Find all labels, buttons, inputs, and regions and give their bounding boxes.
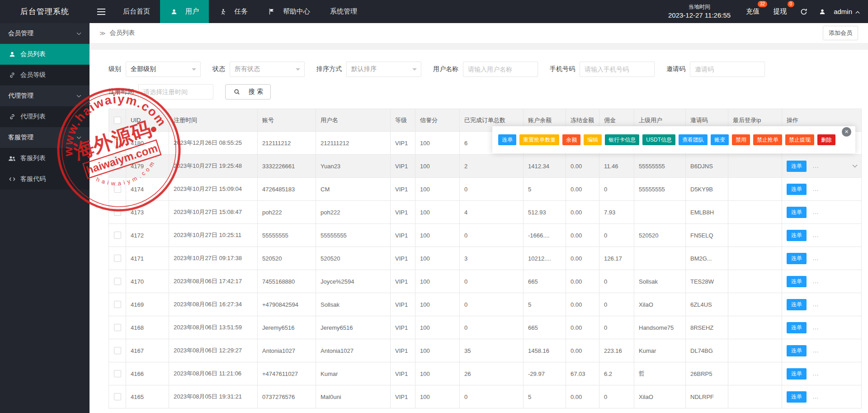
hamburger-menu-icon[interactable] bbox=[90, 0, 113, 23]
row-checkbox[interactable] bbox=[114, 162, 121, 170]
popup-action-button[interactable]: 账变 bbox=[711, 134, 729, 145]
cell-frozen: 0.00 bbox=[566, 201, 599, 224]
sidebar-item-member-list[interactable]: 会员列表 bbox=[0, 44, 90, 65]
cell-reg-time: 2023年10月27日 15:09:04 bbox=[169, 178, 258, 201]
username-input[interactable] bbox=[463, 62, 538, 77]
more-actions-button[interactable]: ... bbox=[813, 278, 819, 285]
nav-item-help-center[interactable]: 帮助中心 bbox=[258, 0, 320, 23]
cell-level: VIP1 bbox=[391, 316, 415, 339]
more-actions-button[interactable]: ... bbox=[813, 162, 819, 169]
sidebar-item-support-code[interactable]: 客服代码 bbox=[0, 169, 90, 190]
sidebar-group-member-management[interactable]: 会员管理 bbox=[0, 23, 90, 44]
row-checkbox[interactable] bbox=[114, 209, 121, 216]
sidebar: 会员管理 会员列表 会员等级 代理管理 代理列表 客服管理 客服列表 客服代码 bbox=[0, 23, 90, 413]
withdraw-button[interactable]: 提现 0 bbox=[773, 7, 787, 16]
cell-parent bbox=[634, 201, 686, 224]
level-select[interactable]: 全部级别 bbox=[126, 62, 201, 77]
admin-menu[interactable]: admin bbox=[818, 8, 860, 15]
more-actions-button[interactable]: ... bbox=[813, 301, 819, 308]
popup-action-button[interactable]: 删除 bbox=[817, 134, 835, 145]
nav-item-users[interactable]: 用户 bbox=[160, 0, 209, 23]
reg-time-input[interactable] bbox=[138, 84, 213, 100]
cell-parent: XilaO bbox=[634, 293, 686, 316]
sidebar-group-support-management[interactable]: 客服管理 bbox=[0, 127, 90, 148]
phone-input[interactable] bbox=[580, 62, 655, 77]
liandan-button[interactable]: 连单 bbox=[787, 391, 807, 403]
cell-credit: 100 bbox=[415, 362, 460, 385]
nav-item-home[interactable]: 后台首页 bbox=[113, 0, 160, 23]
sort-select[interactable]: 默认排序 bbox=[346, 62, 421, 77]
popup-action-button[interactable]: 禁止抢单 bbox=[753, 134, 782, 145]
more-actions-button[interactable]: ... bbox=[813, 185, 819, 192]
cell-commission: 223.16 bbox=[599, 339, 634, 362]
popup-action-button[interactable]: 禁用 bbox=[732, 134, 750, 145]
select-all-checkbox[interactable] bbox=[114, 117, 121, 124]
row-checkbox[interactable] bbox=[114, 278, 121, 285]
close-icon[interactable]: × bbox=[842, 127, 851, 137]
liandan-button[interactable]: 连单 bbox=[787, 345, 807, 356]
breadcrumb-arrow: ≫ bbox=[99, 30, 106, 37]
nav-item-system[interactable]: 系统管理 bbox=[320, 0, 367, 23]
cell-invite: TES28W bbox=[686, 270, 728, 293]
popup-action-button[interactable]: 编辑 bbox=[584, 134, 602, 145]
popup-action-button[interactable]: 查看团队 bbox=[679, 134, 708, 145]
popup-action-button[interactable]: 重置抢单数量 bbox=[519, 134, 559, 145]
row-checkbox[interactable] bbox=[114, 370, 121, 377]
liandan-button[interactable]: 连单 bbox=[787, 299, 807, 310]
popup-action-button[interactable]: 连单 bbox=[498, 134, 516, 145]
liandan-button[interactable]: 连单 bbox=[787, 368, 807, 380]
row-checkbox[interactable] bbox=[114, 232, 121, 239]
refresh-icon[interactable] bbox=[800, 8, 807, 15]
popup-action-button[interactable]: 银行卡信息 bbox=[605, 134, 639, 145]
row-checkbox[interactable] bbox=[114, 139, 121, 147]
sidebar-item-member-level[interactable]: 会员等级 bbox=[0, 65, 90, 85]
row-checkbox[interactable] bbox=[114, 347, 121, 354]
cell-commission: 7.93 bbox=[599, 201, 634, 224]
liandan-button[interactable]: 连单 bbox=[787, 207, 807, 218]
row-checkbox[interactable] bbox=[114, 301, 121, 308]
cell-level: VIP1 bbox=[391, 132, 415, 155]
cell-balance: 512.93 bbox=[524, 201, 566, 224]
more-actions-button[interactable]: ... bbox=[813, 232, 819, 238]
liandan-button[interactable]: 连单 bbox=[787, 276, 807, 287]
row-checkbox[interactable] bbox=[114, 185, 121, 193]
row-checkbox[interactable] bbox=[114, 324, 121, 331]
popup-action-button[interactable]: 余额 bbox=[562, 134, 580, 145]
row-checkbox[interactable] bbox=[114, 255, 121, 262]
more-actions-button[interactable]: ... bbox=[813, 370, 819, 377]
cell-last-ip bbox=[728, 224, 782, 247]
table-row: 4173 2023年10月27日 15:08:47 poh222 poh222 … bbox=[109, 201, 862, 224]
search-button[interactable]: 搜 索 bbox=[225, 84, 271, 100]
add-member-button[interactable]: 添加会员 bbox=[823, 26, 858, 40]
liandan-button[interactable]: 连单 bbox=[787, 322, 807, 333]
more-actions-button[interactable]: ... bbox=[813, 347, 819, 354]
cell-invite: FN5ELQ bbox=[686, 224, 728, 247]
chevron-down-icon bbox=[76, 32, 81, 35]
sidebar-item-support-list[interactable]: 客服列表 bbox=[0, 148, 90, 169]
search-icon bbox=[233, 89, 241, 95]
row-checkbox[interactable] bbox=[114, 393, 121, 400]
chevron-down-icon[interactable] bbox=[852, 164, 858, 168]
popup-action-button[interactable]: 禁止提现 bbox=[785, 134, 814, 145]
cell-last-ip bbox=[728, 293, 782, 316]
liandan-button[interactable]: 连单 bbox=[787, 253, 807, 264]
more-actions-button[interactable]: ... bbox=[813, 255, 819, 261]
breadcrumb-bar: ≫ 会员列表 添加会员 bbox=[90, 23, 868, 43]
cell-commission: 0 bbox=[599, 385, 634, 408]
liandan-button[interactable]: 连单 bbox=[787, 230, 807, 241]
more-actions-button[interactable]: ... bbox=[813, 393, 819, 400]
more-actions-button[interactable]: ... bbox=[813, 324, 819, 331]
cell-parent: 55555555 bbox=[634, 155, 686, 178]
cell-level: VIP1 bbox=[391, 385, 415, 408]
more-actions-button[interactable]: ... bbox=[813, 209, 819, 215]
nav-item-tasks[interactable]: 任务 bbox=[209, 0, 258, 23]
popup-action-button[interactable]: USDT信息 bbox=[642, 134, 675, 145]
sidebar-item-agent-list[interactable]: 代理列表 bbox=[0, 106, 90, 127]
filter-row-2: 注册时间 搜 索 bbox=[108, 84, 861, 100]
recharge-button[interactable]: 充值 32 bbox=[746, 7, 760, 16]
status-select[interactable]: 所有状态 bbox=[230, 62, 305, 77]
invite-code-input[interactable] bbox=[690, 62, 765, 77]
liandan-button[interactable]: 连单 bbox=[787, 184, 807, 195]
sidebar-group-agent-management[interactable]: 代理管理 bbox=[0, 85, 90, 106]
liandan-button[interactable]: 连单 bbox=[787, 161, 807, 172]
